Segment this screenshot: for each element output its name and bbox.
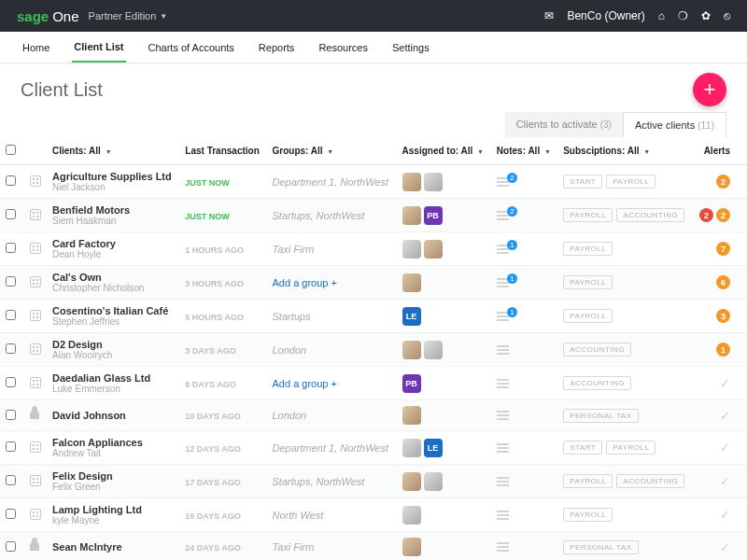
- col-notes[interactable]: Notes: All ▼: [491, 137, 557, 165]
- alert-badge[interactable]: 2: [716, 208, 730, 222]
- avatar[interactable]: LE: [424, 439, 443, 457]
- col-alerts[interactable]: Alerts: [693, 137, 747, 165]
- notes-icon[interactable]: 1: [497, 312, 552, 321]
- notes-icon[interactable]: [497, 345, 552, 355]
- client-name[interactable]: Cosentino's Italian Café: [52, 305, 174, 316]
- col-assigned[interactable]: Assigned to: All ▼: [397, 137, 491, 165]
- table-row[interactable]: Lamp Lighting Ltdkyle Mayne16 DAYS AGONo…: [0, 498, 747, 532]
- table-row[interactable]: Felix DesignFelix Green17 DAYS AGOStartu…: [0, 465, 747, 498]
- nav-reports[interactable]: Reports: [257, 32, 297, 63]
- nav-resources[interactable]: Resources: [317, 32, 370, 63]
- partner-edition-dropdown[interactable]: Partner Edition▼: [89, 10, 168, 21]
- notes-icon[interactable]: [497, 511, 552, 520]
- avatar[interactable]: [402, 538, 421, 556]
- row-checkbox[interactable]: [6, 243, 16, 253]
- client-name[interactable]: Agriculture Supplies Ltd: [52, 171, 174, 182]
- notes-icon[interactable]: 2: [497, 211, 552, 220]
- row-checkbox[interactable]: [6, 475, 16, 485]
- avatar[interactable]: [402, 206, 421, 225]
- avatar[interactable]: [424, 240, 443, 259]
- client-name[interactable]: Cal's Own: [52, 272, 174, 283]
- notes-icon[interactable]: [497, 411, 552, 420]
- client-name[interactable]: David Johnson: [52, 410, 174, 421]
- table-row[interactable]: Sean McIntyre24 DAYS AGOTaxi FirmPERSONA…: [0, 532, 747, 561]
- table-row[interactable]: Cal's OwnChristopher Nicholson3 HOURS AG…: [0, 266, 747, 300]
- select-all-checkbox[interactable]: [6, 145, 16, 155]
- alert-badge[interactable]: 7: [716, 242, 730, 256]
- alert-badge[interactable]: 6: [716, 275, 730, 289]
- logout-icon[interactable]: ⎋: [724, 9, 730, 22]
- table-row[interactable]: Benfield MotorsSiem HaakmanJUST NOWStart…: [0, 199, 747, 232]
- client-name[interactable]: Falcon Appliances: [52, 437, 174, 448]
- avatar[interactable]: [402, 173, 421, 191]
- avatar[interactable]: [402, 273, 421, 292]
- add-button[interactable]: +: [693, 73, 726, 106]
- client-name[interactable]: D2 Design: [52, 339, 174, 350]
- notes-icon[interactable]: [497, 443, 552, 453]
- nav-home[interactable]: Home: [21, 32, 51, 63]
- row-checkbox[interactable]: [6, 410, 16, 420]
- table-row[interactable]: Falcon AppliancesAndrew Tait12 DAYS AGOD…: [0, 431, 747, 465]
- avatar[interactable]: PB: [402, 374, 421, 393]
- client-name[interactable]: Card Factory: [52, 238, 174, 249]
- notes-icon[interactable]: [497, 379, 552, 388]
- avatar[interactable]: PB: [424, 206, 443, 225]
- col-groups[interactable]: Groups: All ▼: [267, 137, 397, 165]
- row-checkbox[interactable]: [6, 509, 16, 519]
- table-row[interactable]: Agriculture Supplies LtdNiel JacksonJUST…: [0, 165, 747, 199]
- avatar[interactable]: [424, 341, 443, 359]
- row-checkbox[interactable]: [6, 541, 16, 552]
- avatar[interactable]: [402, 439, 421, 457]
- avatar[interactable]: [402, 506, 421, 525]
- col-clients[interactable]: Clients: All ▼: [47, 137, 179, 165]
- tab-active-clients[interactable]: Active clients (11): [623, 112, 726, 137]
- avatar[interactable]: [402, 240, 421, 259]
- table-row[interactable]: Cosentino's Italian CaféStephen Jeffries…: [0, 300, 747, 333]
- row-checkbox[interactable]: [6, 441, 16, 452]
- client-name[interactable]: Benfield Motors: [52, 204, 174, 216]
- nav-charts-of-accounts[interactable]: Charts of Accounts: [147, 32, 236, 63]
- row-checkbox[interactable]: [6, 343, 16, 354]
- row-checkbox[interactable]: [6, 209, 16, 219]
- avatar[interactable]: [424, 472, 443, 491]
- col-subscriptions[interactable]: Subsciptions: All ▼: [557, 137, 693, 165]
- col-last-transaction[interactable]: Last Transaction: [179, 137, 266, 165]
- row-checkbox[interactable]: [6, 310, 16, 320]
- client-name[interactable]: Daedalian Glass Ltd: [52, 372, 174, 384]
- client-name[interactable]: Sean McIntyre: [52, 541, 174, 553]
- help-icon[interactable]: ❍: [678, 9, 688, 22]
- client-name[interactable]: Lamp Lighting Ltd: [52, 504, 174, 515]
- add-group-link[interactable]: Add a group +: [273, 277, 337, 288]
- mail-icon[interactable]: ✉: [544, 9, 554, 22]
- alert-badge[interactable]: 2: [699, 208, 713, 222]
- notes-icon[interactable]: 2: [497, 177, 552, 187]
- alert-badge[interactable]: 1: [716, 343, 730, 357]
- row-checkbox[interactable]: [6, 377, 16, 387]
- table-row[interactable]: D2 DesignAlan Woolrych3 DAYS AGOLondonAC…: [0, 333, 747, 367]
- row-checkbox[interactable]: [6, 276, 16, 287]
- client-name[interactable]: Felix Design: [52, 470, 174, 482]
- table-row[interactable]: David Johnson10 DAYS AGOLondonPERSONAL T…: [0, 400, 747, 431]
- avatar[interactable]: [402, 472, 421, 491]
- avatar[interactable]: [402, 341, 421, 359]
- home-icon[interactable]: ⌂: [658, 9, 665, 22]
- add-group-link[interactable]: Add a group +: [273, 378, 337, 389]
- notes-icon[interactable]: [497, 542, 552, 552]
- group-label: Taxi Firm: [273, 244, 315, 255]
- avatar[interactable]: [424, 173, 443, 191]
- avatar[interactable]: [402, 406, 421, 425]
- nav-settings[interactable]: Settings: [390, 32, 431, 63]
- gear-icon[interactable]: ✿: [701, 9, 711, 22]
- avatar[interactable]: LE: [402, 307, 421, 326]
- table-row[interactable]: Card FactoryDean Hoyle1 HOURS AGOTaxi Fi…: [0, 232, 747, 266]
- notes-icon[interactable]: 1: [497, 278, 552, 287]
- row-checkbox[interactable]: [6, 175, 16, 186]
- nav-client-list[interactable]: Client List: [72, 32, 125, 63]
- notes-icon[interactable]: [497, 477, 552, 486]
- user-name[interactable]: BenCo (Owner): [567, 9, 644, 22]
- notes-icon[interactable]: 1: [497, 245, 552, 254]
- tab-clients-to-activate[interactable]: Clients to activate (3): [505, 112, 623, 137]
- alert-badge[interactable]: 2: [716, 175, 730, 189]
- alert-badge[interactable]: 3: [716, 309, 730, 323]
- table-row[interactable]: Daedalian Glass LtdLuke Emmerson8 DAYS A…: [0, 367, 747, 400]
